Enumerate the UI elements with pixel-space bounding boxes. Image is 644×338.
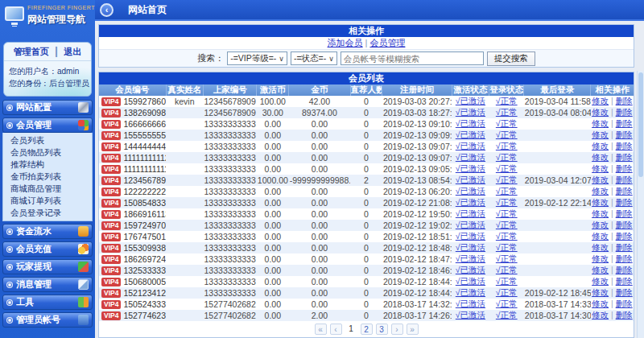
delete-link[interactable]: 删除 <box>616 130 633 139</box>
activation-status-link[interactable]: √已激活 <box>456 265 485 274</box>
sidebar-item-funds-flow[interactable]: 资金流水 <box>2 224 93 239</box>
login-status-link[interactable]: √正常 <box>496 96 518 105</box>
edit-link[interactable]: 修改 <box>592 152 609 162</box>
activation-status-link[interactable]: √已激活 <box>456 299 485 308</box>
activation-status-link[interactable]: √已激活 <box>456 208 485 218</box>
edit-link[interactable]: 修改 <box>592 310 609 319</box>
page-button-3[interactable]: 3 <box>376 324 388 335</box>
activation-status-link[interactable]: √已激活 <box>456 220 485 229</box>
delete-link[interactable]: 删除 <box>616 231 633 241</box>
edit-link[interactable]: 修改 <box>592 265 609 274</box>
login-status-link[interactable]: √正常 <box>496 310 518 319</box>
page-button-1[interactable]: 1 <box>345 324 357 335</box>
member-management-link[interactable]: 会员管理 <box>369 38 405 47</box>
edit-link[interactable]: 修改 <box>592 242 609 252</box>
scrollbar-thumb[interactable] <box>638 72 643 177</box>
login-status-link[interactable]: √正常 <box>496 118 518 128</box>
page-button-2[interactable]: 2 <box>361 324 373 335</box>
login-status-link[interactable]: √正常 <box>496 175 518 184</box>
submenu-member-items-list[interactable]: 会员物品列表 <box>3 146 92 159</box>
sidebar-item-player-withdraw[interactable]: 玩家提现 <box>2 259 93 274</box>
edit-link[interactable]: 修改 <box>592 141 609 150</box>
delete-link[interactable]: 删除 <box>616 96 633 105</box>
edit-link[interactable]: 修改 <box>592 299 609 308</box>
login-status-link[interactable]: √正常 <box>496 141 518 150</box>
delete-link[interactable]: 删除 <box>616 299 633 308</box>
activation-status-link[interactable]: √已激活 <box>456 254 485 263</box>
login-status-link[interactable]: √正常 <box>496 242 518 252</box>
admin-home-link[interactable]: 管理首页 <box>14 46 49 58</box>
sidebar-item-member-recharge[interactable]: 会员充值 <box>2 241 93 257</box>
delete-link[interactable]: 删除 <box>616 220 633 229</box>
login-status-link[interactable]: √正常 <box>496 276 518 286</box>
activation-status-link[interactable]: √已激活 <box>456 231 485 241</box>
submenu-mall-order-list[interactable]: 商城订单列表 <box>3 195 92 207</box>
status-select[interactable]: -=状态=-∨ <box>291 52 337 65</box>
login-status-link[interactable]: √正常 <box>496 130 518 139</box>
edit-link[interactable]: 修改 <box>592 287 609 297</box>
activation-status-link[interactable]: √已激活 <box>456 141 485 150</box>
submenu-gold-auction-list[interactable]: 金币拍卖列表 <box>3 171 92 183</box>
delete-link[interactable]: 删除 <box>616 287 633 297</box>
activation-status-link[interactable]: √已激活 <box>456 197 485 207</box>
activation-status-link[interactable]: √已激活 <box>456 107 485 117</box>
delete-link[interactable]: 删除 <box>616 163 633 173</box>
delete-link[interactable]: 删除 <box>616 118 633 128</box>
delete-link[interactable]: 删除 <box>616 152 633 162</box>
delete-link[interactable]: 删除 <box>616 265 633 274</box>
collapse-sidebar-button[interactable]: ‹ <box>100 3 114 17</box>
sidebar-item-tools[interactable]: 工具 <box>2 295 93 310</box>
login-status-link[interactable]: √正常 <box>496 197 518 207</box>
activation-status-link[interactable]: √已激活 <box>456 186 485 196</box>
delete-link[interactable]: 删除 <box>616 186 633 196</box>
pager-nav-button[interactable]: « <box>315 324 327 335</box>
vip-level-select[interactable]: -=VIP等级=-∨ <box>227 52 287 65</box>
submenu-mall-product-management[interactable]: 商城商品管理 <box>3 183 92 195</box>
edit-link[interactable]: 修改 <box>592 118 609 128</box>
main-scrollbar[interactable] <box>637 71 644 338</box>
sidebar-item-site-config[interactable]: 网站配置 <box>2 100 93 115</box>
pager-nav-button[interactable]: ‹ <box>330 324 342 335</box>
activation-status-link[interactable]: √已激活 <box>456 175 485 184</box>
edit-link[interactable]: 修改 <box>592 276 609 286</box>
login-status-link[interactable]: √正常 <box>496 208 518 218</box>
activation-status-link[interactable]: √已激活 <box>456 163 485 173</box>
edit-link[interactable]: 修改 <box>592 175 609 184</box>
login-status-link[interactable]: √正常 <box>496 163 518 173</box>
delete-link[interactable]: 删除 <box>616 141 633 150</box>
login-status-link[interactable]: √正常 <box>496 231 518 241</box>
add-member-link[interactable]: 添加会员 <box>328 38 363 47</box>
activation-status-link[interactable]: √已激活 <box>456 152 485 162</box>
activation-status-link[interactable]: √已激活 <box>456 130 485 139</box>
pager-nav-button[interactable]: » <box>407 324 419 335</box>
edit-link[interactable]: 修改 <box>592 208 609 218</box>
login-status-link[interactable]: √正常 <box>496 152 518 162</box>
delete-link[interactable]: 删除 <box>616 276 633 286</box>
login-status-link[interactable]: √正常 <box>496 254 518 263</box>
edit-link[interactable]: 修改 <box>592 254 609 263</box>
tab-site-home[interactable]: 网站首页 <box>128 3 167 17</box>
pager-nav-button[interactable]: › <box>391 324 403 335</box>
activation-status-link[interactable]: √已激活 <box>456 287 485 297</box>
delete-link[interactable]: 删除 <box>616 254 633 263</box>
sidebar-item-admin-account[interactable]: 管理员帐号 <box>2 312 93 328</box>
submenu-member-login-records[interactable]: 会员登录记录 <box>3 207 92 219</box>
activation-status-link[interactable]: √已激活 <box>456 118 485 128</box>
delete-link[interactable]: 删除 <box>616 242 633 252</box>
login-status-link[interactable]: √正常 <box>496 186 518 196</box>
delete-link[interactable]: 删除 <box>616 310 633 319</box>
delete-link[interactable]: 删除 <box>616 197 633 207</box>
edit-link[interactable]: 修改 <box>592 220 609 229</box>
activation-status-link[interactable]: √已激活 <box>456 310 485 319</box>
submit-search-button[interactable]: 提交搜索 <box>487 52 535 66</box>
delete-link[interactable]: 删除 <box>616 175 633 184</box>
login-status-link[interactable]: √正常 <box>496 299 518 308</box>
edit-link[interactable]: 修改 <box>592 186 609 196</box>
edit-link[interactable]: 修改 <box>592 231 609 241</box>
activation-status-link[interactable]: √已激活 <box>456 276 485 286</box>
edit-link[interactable]: 修改 <box>592 130 609 139</box>
login-status-link[interactable]: √正常 <box>496 265 518 274</box>
sidebar-item-message-management[interactable]: 消息管理 <box>2 277 93 292</box>
logout-link[interactable]: 退出 <box>64 46 81 58</box>
sidebar-item-member-management[interactable]: 会员管理 <box>2 117 93 133</box>
